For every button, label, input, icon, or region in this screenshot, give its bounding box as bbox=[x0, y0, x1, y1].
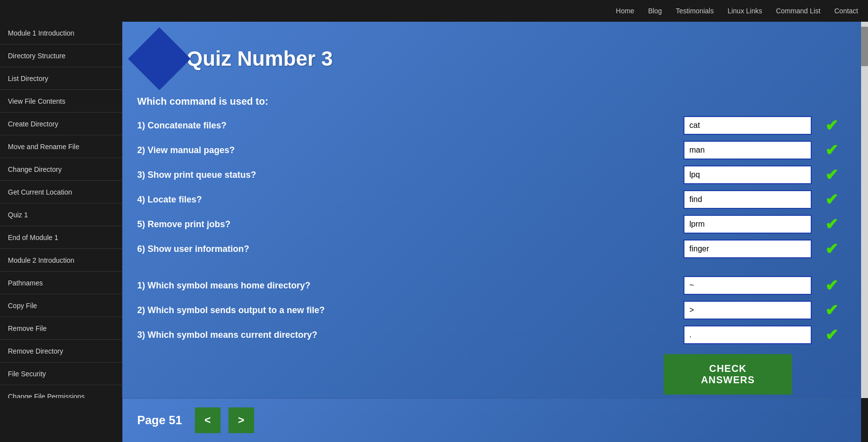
answer-input-q5[interactable] bbox=[683, 215, 812, 234]
question-group-2: 1) Which symbol means home directory?✔2)… bbox=[137, 276, 841, 344]
question-text-q5: 5) Remove print jobs? bbox=[137, 219, 674, 230]
question-row-q6: 6) Show user information?✔ bbox=[137, 240, 841, 258]
question-row-q5: 5) Remove print jobs?✔ bbox=[137, 215, 841, 234]
question-row-q7: 1) Which symbol means home directory?✔ bbox=[137, 276, 841, 295]
question-text-q7: 1) Which symbol means home directory? bbox=[137, 281, 674, 291]
sidebar-item-9[interactable]: End of Module 1 bbox=[0, 226, 122, 249]
bottom-bar: Page 51 < > bbox=[122, 398, 861, 442]
question-text-q6: 6) Show user information? bbox=[137, 244, 674, 254]
nav-linux-links[interactable]: Linux Links bbox=[727, 7, 762, 15]
checkmark-q5: ✔ bbox=[822, 215, 841, 234]
question-row-q4: 4) Locate files?✔ bbox=[137, 190, 841, 209]
sidebar-item-1[interactable]: Directory Structure bbox=[0, 44, 122, 67]
question-text-q4: 4) Locate files? bbox=[137, 195, 674, 205]
sidebar-item-10[interactable]: Module 2 Introduction bbox=[0, 249, 122, 272]
page-label: Page 51 bbox=[137, 413, 182, 427]
sidebar-item-12[interactable]: Copy File bbox=[0, 294, 122, 317]
sidebar-item-14[interactable]: Remove Directory bbox=[0, 340, 122, 362]
checkmark-q8: ✔ bbox=[822, 301, 841, 320]
answer-input-q8[interactable] bbox=[683, 301, 812, 320]
nav-contact[interactable]: Contact bbox=[834, 7, 858, 15]
sidebar-item-3[interactable]: View File Contents bbox=[0, 90, 122, 113]
check-answers-button[interactable]: CHECK ANSWERS bbox=[664, 354, 792, 395]
answer-input-q4[interactable] bbox=[683, 190, 812, 209]
question-row-q2: 2) View manual pages?✔ bbox=[137, 141, 841, 160]
main-layout: Module 1 IntroductionDirectory Structure… bbox=[0, 22, 868, 398]
question-text-q1: 1) Concatenate files? bbox=[137, 121, 674, 131]
question-text-q9: 3) Which symbol means current directory? bbox=[137, 330, 674, 340]
checkmark-q1: ✔ bbox=[822, 116, 841, 135]
answer-input-q2[interactable] bbox=[683, 141, 812, 160]
scrollbar-thumb[interactable] bbox=[861, 27, 868, 66]
next-button[interactable]: > bbox=[228, 407, 254, 433]
main-content: Quiz Number 3 Which command is used to: … bbox=[122, 22, 861, 398]
nav-blog[interactable]: Blog bbox=[648, 7, 662, 15]
question-text-q8: 2) Which symbol sends output to a new fi… bbox=[137, 305, 674, 316]
checkmark-q4: ✔ bbox=[822, 190, 841, 209]
answer-input-q6[interactable] bbox=[683, 240, 812, 258]
question-row-q9: 3) Which symbol means current directory?… bbox=[137, 325, 841, 344]
checkmark-q7: ✔ bbox=[822, 276, 841, 295]
right-scrollbar[interactable] bbox=[861, 22, 868, 398]
question-text-q2: 2) View manual pages? bbox=[137, 145, 674, 156]
nav-command-list[interactable]: Command List bbox=[776, 7, 820, 15]
checkmark-q3: ✔ bbox=[822, 165, 841, 184]
top-nav: Home Blog Testimonials Linux Links Comma… bbox=[0, 0, 868, 22]
section-label: Which command is used to: bbox=[137, 96, 841, 107]
question-row-q3: 3) Show print queue status?✔ bbox=[137, 165, 841, 184]
sidebar-item-2[interactable]: List Directory bbox=[0, 67, 122, 90]
sidebar-item-11[interactable]: Pathnames bbox=[0, 272, 122, 294]
prev-button[interactable]: < bbox=[195, 407, 221, 433]
sidebar-item-16[interactable]: Change File Permissions bbox=[0, 385, 122, 398]
question-text-q3: 3) Show print queue status? bbox=[137, 170, 674, 180]
sidebar-item-5[interactable]: Move and Rename File bbox=[0, 135, 122, 158]
answer-input-q7[interactable] bbox=[683, 276, 812, 295]
quiz-header: Quiz Number 3 bbox=[137, 37, 841, 81]
sidebar: Module 1 IntroductionDirectory Structure… bbox=[0, 22, 122, 398]
question-group-1: 1) Concatenate files?✔2) View manual pag… bbox=[137, 116, 841, 258]
question-row-q8: 2) Which symbol sends output to a new fi… bbox=[137, 301, 841, 320]
nav-home[interactable]: Home bbox=[616, 7, 634, 15]
checkmark-q2: ✔ bbox=[822, 141, 841, 160]
sidebar-item-4[interactable]: Create Directory bbox=[0, 113, 122, 135]
sidebar-item-6[interactable]: Change Directory bbox=[0, 158, 122, 181]
diamond-icon bbox=[128, 27, 190, 90]
sidebar-item-8[interactable]: Quiz 1 bbox=[0, 203, 122, 226]
check-answers-row: CHECK ANSWERS bbox=[137, 354, 841, 395]
sidebar-item-0[interactable]: Module 1 Introduction bbox=[0, 22, 122, 44]
checkmark-q9: ✔ bbox=[822, 325, 841, 344]
sidebar-item-13[interactable]: Remove File bbox=[0, 317, 122, 340]
quiz-title: Quiz Number 3 bbox=[187, 47, 333, 71]
sidebar-item-15[interactable]: File Security bbox=[0, 362, 122, 385]
answer-input-q1[interactable] bbox=[683, 116, 812, 135]
sidebar-item-7[interactable]: Get Current Location bbox=[0, 181, 122, 203]
nav-testimonials[interactable]: Testimonials bbox=[676, 7, 714, 15]
answer-input-q9[interactable] bbox=[683, 325, 812, 344]
question-row-q1: 1) Concatenate files?✔ bbox=[137, 116, 841, 135]
answer-input-q3[interactable] bbox=[683, 165, 812, 184]
checkmark-q6: ✔ bbox=[822, 240, 841, 258]
